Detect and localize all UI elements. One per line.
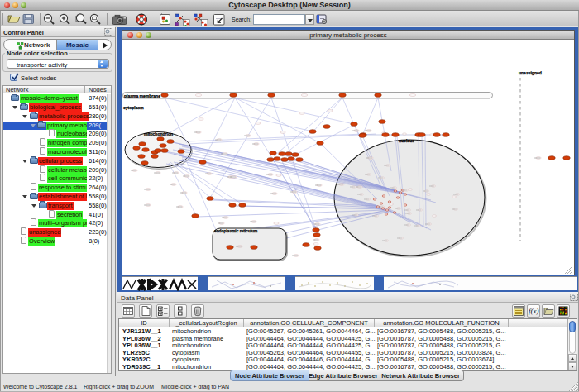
svg-text:mitochondrion: mitochondrion bbox=[144, 131, 173, 136]
svg-text:endoplasmic reticulum: endoplasmic reticulum bbox=[214, 229, 257, 233]
svg-text:nucleus: nucleus bbox=[399, 138, 414, 143]
svg-text:cytoplasm: cytoplasm bbox=[123, 105, 144, 110]
svg-text:plasma membrane: plasma membrane bbox=[124, 93, 160, 98]
svg-text:f(x): f(x) bbox=[529, 307, 539, 315]
svg-text:unassigned: unassigned bbox=[519, 70, 542, 75]
